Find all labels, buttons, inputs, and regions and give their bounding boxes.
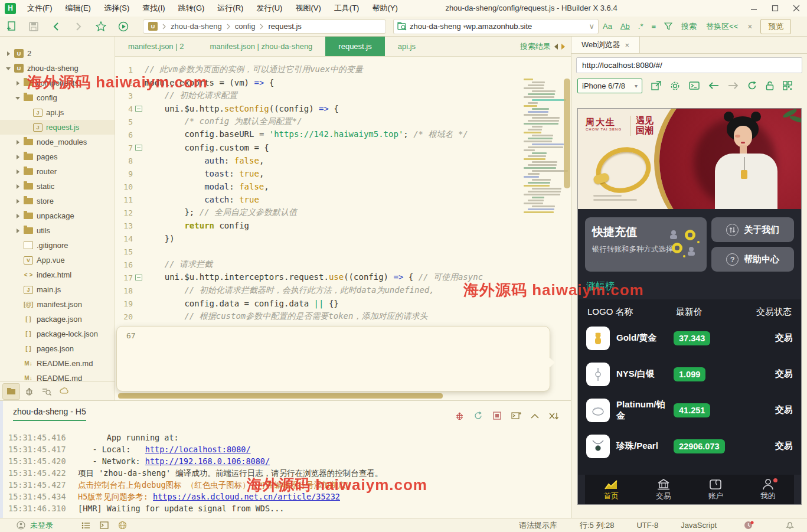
tree-item-node_modules[interactable]: node_modules bbox=[0, 135, 115, 149]
trade-status[interactable]: 交易 bbox=[775, 440, 793, 452]
search-scope-select[interactable]: zhou-da-sheng bbox=[410, 22, 461, 31]
close-search-icon[interactable]: × bbox=[747, 22, 752, 31]
terminal-icon[interactable] bbox=[100, 521, 109, 529]
tree-item-store[interactable]: store bbox=[0, 194, 115, 208]
tree-item-main.js[interactable]: Jmain.js bbox=[0, 282, 115, 297]
tree-item-utils[interactable]: utils bbox=[0, 223, 115, 238]
login-status[interactable]: 未登录 bbox=[30, 520, 53, 531]
trade-status[interactable]: 交易 bbox=[775, 368, 793, 380]
关于我们-button[interactable]: 关于我们 bbox=[711, 217, 794, 242]
fold-marker-icon[interactable] bbox=[135, 106, 142, 112]
tree-item-package-lock.json[interactable]: [ ]package-lock.json bbox=[0, 327, 115, 341]
tree-item-pages[interactable]: pages bbox=[0, 149, 115, 164]
nav-item-首页[interactable]: 首页 bbox=[585, 475, 638, 504]
editor-tab-api.js[interactable]: api.js bbox=[385, 37, 429, 56]
collapse-panel-icon[interactable] bbox=[530, 410, 540, 421]
editor-tab-manifest.json | zhou-da-sheng[interactable]: manifest.json | zhou-da-sheng bbox=[197, 37, 325, 56]
menu-item-视图(V)[interactable]: 视图(V) bbox=[289, 0, 327, 17]
trade-status[interactable]: 交易 bbox=[775, 332, 793, 344]
editor-tab-manifest.json | 2[interactable]: manifest.json | 2 bbox=[115, 37, 197, 56]
fold-marker-icon[interactable] bbox=[135, 145, 142, 151]
save-button[interactable] bbox=[22, 18, 45, 35]
settings-gear-icon[interactable] bbox=[670, 81, 680, 91]
language-mode-label[interactable]: JavaScript bbox=[681, 521, 717, 530]
close-tab-icon[interactable]: × bbox=[625, 41, 629, 50]
outline-list-icon[interactable] bbox=[81, 522, 90, 529]
expand-icon[interactable] bbox=[14, 138, 22, 146]
menu-item-帮助(Y)[interactable]: 帮助(Y) bbox=[365, 0, 404, 17]
menu-item-查找(I)[interactable]: 查找(I) bbox=[136, 0, 171, 17]
match-word-toggle[interactable]: Ab bbox=[620, 22, 630, 31]
expand-icon[interactable] bbox=[14, 197, 22, 205]
prev-result-icon[interactable] bbox=[554, 44, 558, 50]
new-terminal-icon[interactable] bbox=[511, 410, 521, 421]
expand-icon[interactable] bbox=[14, 79, 22, 87]
globe-icon[interactable] bbox=[118, 521, 127, 530]
expand-icon[interactable] bbox=[14, 212, 22, 220]
breadcrumb-file[interactable]: request.js bbox=[268, 22, 301, 31]
banner-image[interactable]: 周大生 CHOW TAI SENG 遇见 国潮 bbox=[578, 109, 801, 209]
cursor-position[interactable]: 行:5 列:28 bbox=[580, 520, 615, 531]
market-row-NYS/白银[interactable]: NYS/白银1.099交易 bbox=[586, 356, 793, 392]
expand-icon[interactable] bbox=[14, 227, 22, 235]
fold-marker-icon[interactable] bbox=[135, 275, 142, 280]
expand-icon[interactable] bbox=[14, 182, 22, 191]
tree-item-App.vue[interactable]: VApp.vue bbox=[0, 253, 115, 267]
new-file-button[interactable] bbox=[0, 18, 22, 35]
replace-area-button[interactable]: 替换区<< bbox=[706, 21, 738, 32]
qr-code-icon[interactable] bbox=[783, 81, 792, 90]
expand-icon[interactable] bbox=[14, 168, 22, 176]
maximize-button[interactable] bbox=[764, 0, 786, 17]
debug-bug-icon[interactable] bbox=[454, 410, 465, 421]
tree-item-README.en.md[interactable]: M↓README.en.md bbox=[0, 356, 115, 371]
web-browser-tab[interactable]: Web浏览器 × bbox=[571, 37, 640, 53]
tree-item-static[interactable]: static bbox=[0, 179, 115, 194]
run-button[interactable] bbox=[112, 18, 135, 35]
stop-icon[interactable] bbox=[492, 410, 502, 421]
editor-tab-request.js[interactable]: request.js bbox=[325, 37, 384, 56]
history-clock-icon[interactable] bbox=[744, 521, 754, 530]
refresh-icon[interactable] bbox=[747, 81, 757, 90]
tree-item-2[interactable]: U2 bbox=[0, 46, 115, 61]
帮助中心-button[interactable]: ?帮助中心 bbox=[711, 247, 794, 272]
tree-item-request.js[interactable]: Jrequest.js bbox=[0, 120, 115, 135]
console-tab[interactable]: zhou-da-sheng - H5 bbox=[13, 407, 86, 421]
regex-toggle[interactable]: .* bbox=[638, 22, 643, 31]
menu-item-选择(S)[interactable]: 选择(S) bbox=[97, 0, 136, 17]
tree-item-.gitignore[interactable]: .gitignore bbox=[0, 238, 115, 253]
back-arrow-icon[interactable] bbox=[708, 82, 719, 89]
match-case-toggle[interactable]: Aa bbox=[603, 22, 612, 31]
market-row-珍珠/Pearl[interactable]: 珍珠/Pearl22906.073交易 bbox=[586, 428, 793, 464]
device-select[interactable]: iPhone 6/7/8 ▾ bbox=[577, 79, 642, 93]
quick-recharge-card[interactable]: 快捷充值 银行转账和多种方式选择 bbox=[585, 217, 707, 272]
filter-icon[interactable] bbox=[664, 22, 672, 30]
tree-item-zhou-da-sheng[interactable]: Uzhou-da-sheng bbox=[0, 61, 115, 76]
tree-item-pages.json[interactable]: [ ]pages.json bbox=[0, 341, 115, 356]
search-button[interactable]: 搜索 bbox=[681, 21, 697, 32]
tree-item-index.html[interactable]: < >index.html bbox=[0, 267, 115, 282]
nav-item-交易[interactable]: 交易 bbox=[638, 475, 690, 504]
minimize-button[interactable] bbox=[743, 0, 764, 17]
search-history-chevron-icon[interactable]: ∨ bbox=[589, 22, 594, 31]
next-result-icon[interactable] bbox=[561, 44, 565, 50]
expand-icon[interactable] bbox=[14, 153, 22, 161]
breadcrumb-folder[interactable]: config bbox=[235, 22, 256, 31]
vertical-scrollbar[interactable] bbox=[564, 79, 570, 188]
horizontal-scrollbar[interactable] bbox=[118, 393, 443, 399]
tree-item-unpackage[interactable]: unpackage bbox=[0, 208, 115, 223]
favorite-star-button[interactable] bbox=[90, 18, 112, 35]
collapse-icon[interactable] bbox=[5, 64, 13, 73]
tree-item-components[interactable]: components bbox=[0, 76, 115, 90]
menu-item-文件(F)[interactable]: 文件(F) bbox=[21, 0, 59, 17]
back-button[interactable] bbox=[45, 18, 67, 35]
nav-item-账户[interactable]: 账户 bbox=[690, 475, 742, 504]
expand-icon[interactable] bbox=[5, 50, 13, 58]
market-row-Platinum/铂金[interactable]: Platinum/铂金41.251交易 bbox=[586, 392, 793, 428]
address-bar[interactable] bbox=[576, 57, 802, 73]
nav-item-我的[interactable]: 我的 bbox=[742, 475, 795, 504]
menu-item-工具(T)[interactable]: 工具(T) bbox=[328, 0, 366, 17]
debug-bug-icon[interactable] bbox=[20, 383, 38, 400]
tree-item-router[interactable]: router bbox=[0, 164, 115, 179]
preview-button[interactable]: 预览 bbox=[760, 19, 791, 34]
console-terminal-icon[interactable] bbox=[689, 81, 700, 90]
